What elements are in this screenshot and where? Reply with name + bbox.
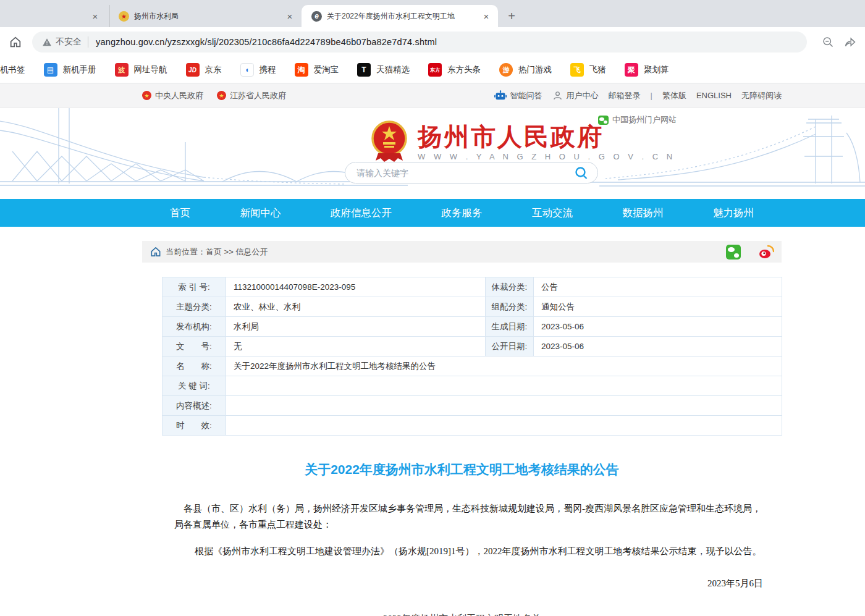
article-paragraph: 各县（市、区）水利（务）局，扬州经济开发区城乡事务管理局，生态科技新城规划建设局… xyxy=(174,500,769,533)
tab-announcement-active[interactable]: e 关于2022年度扬州市水利工程文明工地 × xyxy=(302,5,498,27)
bookmark-eastday[interactable]: 东方 东方头条 xyxy=(428,63,481,77)
zoom-out-icon[interactable] xyxy=(822,36,835,49)
meta-label: 文 号: xyxy=(162,337,226,357)
bookmark-label: 机书签 xyxy=(0,64,25,75)
security-label: 不安全 xyxy=(56,36,82,48)
meta-label: 时 效: xyxy=(162,416,226,436)
robot-icon xyxy=(494,90,507,101)
nav-news[interactable]: 新闻中心 xyxy=(240,206,281,220)
bookmark-ctrip[interactable]: ◖ 携程 xyxy=(240,63,276,77)
smart-qa-link[interactable]: 智能问答 xyxy=(494,90,542,101)
nav-data[interactable]: 数据扬州 xyxy=(623,206,664,220)
bookmark-juhuasuan[interactable]: 聚 聚划算 xyxy=(625,63,669,77)
bookmark-label: 京东 xyxy=(205,64,222,75)
traditional-link[interactable]: 繁体版 xyxy=(662,90,686,101)
meta-value xyxy=(226,376,782,396)
bookmark-fliggy[interactable]: 飞 飞猪 xyxy=(570,63,606,77)
nav-interaction[interactable]: 互动交流 xyxy=(532,206,573,220)
portal-wechat-link[interactable]: 中国扬州门户网站 xyxy=(598,114,677,125)
user-center-label: 用户中心 xyxy=(567,90,599,101)
site-url-caption: W W W . Y A N G Z H O U . G O V . C N xyxy=(418,152,675,161)
table-row: 索 引 号: 11321000014407098E-2023-095 体裁分类:… xyxy=(162,277,782,297)
nav-services[interactable]: 政务服务 xyxy=(442,206,483,220)
jd-icon: JD xyxy=(186,63,200,77)
tmall-icon: T xyxy=(357,63,371,77)
article-paragraph: 根据《扬州市水利工程文明工地建设管理办法》（扬水规[2019]1号），2022年… xyxy=(174,543,769,559)
browser-tab-strip: × 扬州市水利局 × e 关于2022年度扬州市水利工程文明工地 × + xyxy=(0,0,865,27)
link-jiangsu-gov[interactable]: ★ 江苏省人民政府 xyxy=(217,90,286,101)
site-logo-favicon: e xyxy=(311,11,322,22)
bookmark-manual[interactable]: ▤ 新机手册 xyxy=(44,63,96,77)
meta-label: 体裁分类: xyxy=(486,277,534,297)
english-link[interactable]: ENGLISH xyxy=(696,91,732,100)
bookmark-label: 爱淘宝 xyxy=(314,64,339,75)
site-nav-icon: 波 xyxy=(115,63,129,77)
table-row: 时 效: xyxy=(162,416,782,436)
table-row: 发布机构: 水利局 生成日期: 2023-05-06 xyxy=(162,317,782,337)
site-header: 扬州市人民政府 W W W . Y A N G Z H O U . G O V … xyxy=(0,108,865,199)
bookmark-taobao[interactable]: 淘 爱淘宝 xyxy=(295,63,339,77)
user-center-link[interactable]: 用户中心 xyxy=(552,90,599,101)
meta-value: 通知公告 xyxy=(534,297,782,317)
meta-value: 农业、林业、水利 xyxy=(226,297,486,317)
bookmark-tmall[interactable]: T 天猫精选 xyxy=(357,63,410,77)
home-icon[interactable] xyxy=(151,247,161,256)
juhuasuan-icon: 聚 xyxy=(625,63,638,77)
url-text[interactable]: yangzhou.gov.cn/yzszxxgk/slj/202305/210c… xyxy=(96,37,437,47)
bookmark-label: 携程 xyxy=(260,64,276,75)
bookmark-phone-bookmarks[interactable]: 机书签 xyxy=(0,64,25,75)
tab-yangzhou-water-bureau[interactable]: 扬州市水利局 × xyxy=(110,5,302,27)
meta-label: 主题分类: xyxy=(162,297,226,317)
divider: | xyxy=(651,91,652,100)
site-search[interactable] xyxy=(345,162,598,184)
bookmark-site-nav[interactable]: 波 网址导航 xyxy=(115,63,167,77)
mail-login-link[interactable]: 邮箱登录 xyxy=(609,90,641,101)
bookmark-label: 东方头条 xyxy=(447,64,481,75)
meta-label: 关 键 词: xyxy=(162,376,226,396)
meta-value xyxy=(226,396,782,416)
nav-info-disclosure[interactable]: 政府信息公开 xyxy=(331,206,392,220)
nav-charm[interactable]: 魅力扬州 xyxy=(713,206,754,220)
address-bar[interactable]: 不安全 yangzhou.gov.cn/yzszxxgk/slj/202305/… xyxy=(32,32,807,53)
gov-emblem-icon: ★ xyxy=(142,91,151,100)
security-warning[interactable]: 不安全 xyxy=(42,36,88,48)
tab-close-icon[interactable]: × xyxy=(284,11,295,22)
meta-label: 发布机构: xyxy=(162,317,226,337)
meta-label: 索 引 号: xyxy=(162,277,226,297)
bookmark-label: 天猫精选 xyxy=(376,64,410,75)
home-icon[interactable] xyxy=(9,35,22,49)
document-meta-table: 索 引 号: 11321000014407098E-2023-095 体裁分类:… xyxy=(162,277,782,436)
link-central-gov[interactable]: ★ 中央人民政府 xyxy=(142,90,203,101)
meta-value: 公告 xyxy=(534,277,782,297)
tab-close-icon[interactable]: × xyxy=(90,11,101,22)
new-tab-button[interactable]: + xyxy=(503,7,520,25)
bookmarks-bar: 机书签 ▤ 新机手册 波 网址导航 JD 京东 ◖ 携程 淘 爱淘宝 T 天猫精… xyxy=(0,57,865,83)
meta-value: 水利局 xyxy=(226,317,486,337)
bookmark-games[interactable]: 游 热门游戏 xyxy=(499,63,552,77)
meta-value xyxy=(226,416,782,436)
accessibility-link[interactable]: 无障碍阅读 xyxy=(741,90,782,101)
tab-partial[interactable]: × xyxy=(0,5,110,27)
main-nav: 首页 新闻中心 政府信息公开 政务服务 互动交流 数据扬州 魅力扬州 xyxy=(0,199,865,227)
divider xyxy=(88,36,88,48)
wechat-share-icon[interactable] xyxy=(726,245,741,259)
tab-title: 关于2022年度扬州市水利工程文明工地 xyxy=(327,11,477,22)
nav-home[interactable]: 首页 xyxy=(170,206,190,220)
link-label: 江苏省人民政府 xyxy=(230,90,286,101)
weibo-share-icon[interactable] xyxy=(758,245,774,259)
share-icon[interactable] xyxy=(843,36,856,49)
search-input[interactable] xyxy=(357,168,574,178)
warning-triangle-icon xyxy=(42,38,52,47)
article-title: 关于2022年度扬州市水利工程文明工地考核结果的公告 xyxy=(142,461,782,478)
meta-value: 2023-05-06 xyxy=(534,337,782,357)
breadcrumb[interactable]: 当前位置：首页 >> 信息公开 xyxy=(166,247,268,258)
bookmark-label: 飞猪 xyxy=(589,64,606,75)
article-date: 2023年5月6日 xyxy=(142,578,763,589)
tab-close-icon[interactable]: × xyxy=(481,11,492,22)
table-row: 名 称: 关于2022年度扬州市水利工程文明工地考核结果的公告 xyxy=(162,357,782,376)
tab-title: 扬州市水利局 xyxy=(134,11,281,22)
smart-qa-label: 智能问答 xyxy=(510,90,542,101)
manual-book-icon: ▤ xyxy=(44,63,57,77)
bookmark-jd[interactable]: JD 京东 xyxy=(186,63,222,77)
search-icon[interactable] xyxy=(574,166,589,180)
